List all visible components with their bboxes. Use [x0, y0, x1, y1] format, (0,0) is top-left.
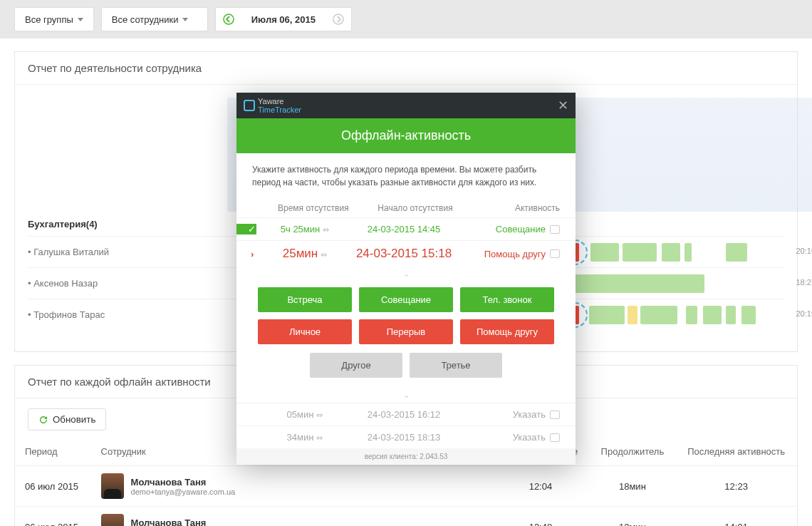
employee-name: • Аксенов Назар	[28, 278, 227, 289]
split-icon[interactable]: ⇔	[316, 433, 323, 442]
modal-title: Оффлайн-активность	[236, 118, 576, 153]
comment-icon[interactable]	[550, 411, 560, 419]
activity-block[interactable]	[589, 306, 625, 324]
period-row[interactable]: 5ч 25мин⇔ 24-03-2015 14:45 Совещание	[236, 217, 576, 240]
comment-icon[interactable]	[550, 249, 560, 258]
activity-panel-title: Отчет по деятельности сотрудника	[15, 52, 797, 85]
chevron-down-icon	[182, 18, 188, 21]
employee-cell: Молчанова Таня demo+tanya@yaware.com.ua	[101, 514, 241, 526]
btn-meeting[interactable]: Встреча	[258, 287, 352, 312]
activity-block[interactable]	[726, 306, 736, 324]
split-icon[interactable]: ⇔	[321, 250, 327, 259]
btn-personal[interactable]: Личное	[258, 319, 352, 344]
top-filter-bar: Все группы Все сотрудники Июля 06, 2015	[0, 0, 812, 38]
period-activity[interactable]: Совещание	[460, 224, 560, 234]
activity-block[interactable]	[703, 306, 722, 324]
date-prev-button[interactable]	[216, 8, 241, 31]
refresh-button[interactable]: Обновить	[28, 408, 106, 430]
employee-cell: Молчанова Таня demo+tanya@yaware.com.ua	[101, 473, 241, 499]
period-start: 24-03-2015 16:12	[348, 409, 460, 420]
cell-period: 06 июл 2015	[15, 466, 91, 507]
period-row[interactable]: 34мин⇔ 24-03-2015 18:13 Указать	[236, 426, 576, 448]
activity-buttons: Встреча Совещание Тел. звонок Личное Пер…	[236, 282, 576, 353]
cell-act1	[352, 466, 412, 507]
period-start: 24-03-2015 14:45	[348, 224, 460, 234]
groups-dropdown[interactable]: Все группы	[14, 7, 94, 31]
activity-block[interactable]	[686, 306, 697, 324]
refresh-label: Обновить	[53, 414, 95, 425]
period-activity[interactable]: Указать	[460, 432, 560, 443]
period-duration: 25мин⇔	[262, 247, 348, 261]
period-start: 24-03-2015 18:13	[348, 432, 460, 443]
end-time-label: 20:19	[796, 309, 812, 318]
employee-email: demo+tanya@yaware.com.ua	[131, 488, 236, 496]
period-duration: 5ч 25мин⇔	[262, 224, 348, 234]
cell-first: 12:04	[491, 466, 589, 507]
col-period[interactable]: Период	[15, 438, 91, 466]
date-navigator: Июля 06, 2015	[215, 7, 352, 31]
logo-icon	[244, 100, 255, 111]
comment-icon[interactable]	[550, 225, 560, 234]
chevron-down-icon	[78, 18, 83, 21]
split-icon[interactable]: ⇔	[323, 225, 329, 234]
employee-name: Молчанова Таня	[131, 517, 236, 527]
btn-third[interactable]: Третье	[410, 353, 502, 378]
employees-dropdown[interactable]: Все сотрудники	[101, 7, 208, 31]
activity-block[interactable]	[640, 306, 677, 324]
cell-period: 06 июл 2015	[15, 507, 91, 527]
activity-block[interactable]	[726, 243, 747, 262]
collapse-icon[interactable]: ⌄	[236, 267, 576, 282]
table-row[interactable]: 06 июл 2015 Молчанова Таня demo+tanya@ya…	[15, 507, 797, 527]
modal-instruction: Укажите активность для каждого периода в…	[236, 153, 576, 199]
end-time-label: 20:16	[796, 247, 812, 255]
activity-block[interactable]	[562, 274, 704, 293]
btn-help[interactable]: Помощь другу	[460, 319, 554, 344]
cell-dept	[251, 466, 352, 507]
cell-act1	[352, 507, 412, 527]
activity-block[interactable]	[590, 243, 619, 262]
activity-block-yellow[interactable]	[628, 306, 637, 324]
col-employee[interactable]: Сотрудник	[91, 438, 251, 466]
cell-last: 12:23	[675, 466, 797, 507]
activity-block[interactable]	[662, 243, 680, 262]
btn-break[interactable]: Перерыв	[359, 319, 453, 344]
cell-act2	[412, 466, 491, 507]
btn-conference[interactable]: Совещание	[359, 287, 453, 312]
avatar	[101, 473, 124, 499]
activity-block[interactable]	[623, 243, 657, 262]
comment-icon[interactable]	[550, 433, 560, 442]
activity-block[interactable]	[741, 306, 756, 324]
period-activity[interactable]: Указать	[460, 409, 560, 420]
client-version: версия клиента: 2.043.53	[236, 448, 576, 465]
split-icon[interactable]: ⇔	[316, 411, 323, 419]
cell-dur: 13мин	[590, 507, 676, 527]
refresh-icon	[38, 415, 48, 425]
btn-phone[interactable]: Тел. звонок	[460, 287, 554, 312]
activity-block[interactable]	[685, 243, 692, 262]
col-duration[interactable]: Продолжитель	[590, 438, 676, 466]
period-duration: 34мин⇔	[262, 432, 348, 443]
employee-name: • Галушка Виталий	[28, 247, 227, 257]
period-row[interactable]: 05мин⇔ 24-03-2015 16:12 Указать	[236, 403, 576, 426]
offline-activity-modal: YawareTimeTracker ✕ Оффлайн-активность У…	[236, 93, 576, 465]
svg-point-0	[224, 14, 234, 24]
period-start: 24-03-2015 15:18	[348, 247, 460, 261]
svg-point-1	[333, 14, 343, 24]
groups-label: Все группы	[25, 14, 73, 25]
date-next-button[interactable]	[326, 8, 351, 31]
avatar	[101, 514, 124, 526]
cell-dept	[251, 507, 352, 527]
col-last-activity[interactable]: Последняя активность	[675, 438, 797, 466]
employee-name: • Трофинов Тарас	[28, 309, 227, 320]
period-row[interactable]: › 25мин⇔ 24-03-2015 15:18 Помощь другу	[236, 240, 576, 267]
table-row[interactable]: 06 июл 2015 Молчанова Таня demo+tanya@ya…	[15, 466, 797, 507]
cell-first: 13:48	[491, 507, 589, 527]
expand-icon[interactable]: ⌄	[236, 388, 576, 403]
period-activity[interactable]: Помощь другу	[460, 249, 560, 259]
btn-other[interactable]: Другое	[310, 353, 402, 378]
close-icon[interactable]: ✕	[558, 98, 568, 113]
employees-label: Все сотрудники	[112, 14, 179, 25]
department-label: Бухгалтерия(4)	[28, 219, 213, 230]
end-time-label: 18:27	[796, 278, 812, 287]
period-headers: Время отсутствия Начало отсутствия Актив…	[236, 199, 576, 217]
